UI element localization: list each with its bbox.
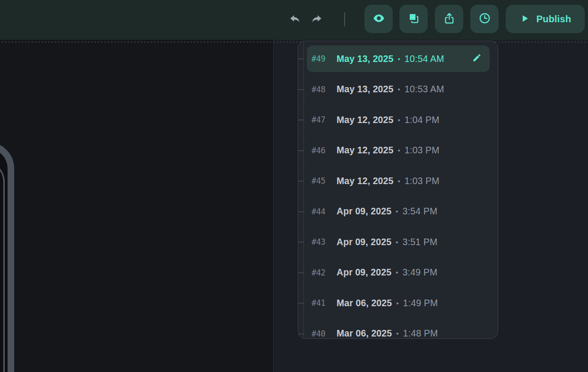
version-history-popover: #49 May 13, 2025 • 10:54 AM #48 May 13, …: [298, 41, 498, 339]
version-time: 1:03 PM: [405, 145, 440, 156]
version-separator: •: [398, 177, 400, 185]
eye-icon: [372, 12, 385, 26]
app-window: Publish #49 May 13, 2025 • 10:54 AM #48: [0, 0, 588, 372]
device-screen-edge: [0, 161, 5, 372]
version-time: 1:49 PM: [403, 298, 438, 309]
version-separator: •: [396, 207, 398, 215]
version-list-item[interactable]: #45 May 12, 2025 • 1:03 PM: [307, 168, 490, 194]
top-toolbar: Publish: [0, 0, 588, 40]
version-separator: •: [398, 116, 400, 124]
version-list-item[interactable]: #40 Mar 06, 2025 • 1:48 PM: [307, 320, 490, 339]
version-date: Apr 09, 2025: [337, 267, 391, 278]
dot-grid-line: [0, 40, 588, 43]
clock-icon: [478, 12, 491, 26]
version-number: #40: [311, 329, 332, 338]
version-list-item[interactable]: #49 May 13, 2025 • 10:54 AM: [307, 45, 490, 72]
version-number: #42: [311, 268, 332, 277]
version-separator: •: [396, 238, 398, 246]
copy-icon: [407, 12, 420, 26]
timeline-tick: [298, 181, 304, 181]
version-list: #49 May 13, 2025 • 10:54 AM #48 May 13, …: [298, 45, 498, 339]
version-history-button[interactable]: [470, 5, 499, 33]
timeline-tick: [298, 273, 304, 273]
version-separator: •: [398, 85, 400, 93]
version-date: May 12, 2025: [337, 176, 393, 186]
version-list-item[interactable]: #48 May 13, 2025 • 10:53 AM: [307, 76, 490, 103]
version-time: 3:49 PM: [402, 267, 437, 278]
version-date: Mar 06, 2025: [337, 298, 392, 309]
version-time: 3:54 PM: [402, 206, 437, 217]
version-date: May 12, 2025: [337, 145, 393, 156]
version-separator: •: [396, 299, 398, 307]
edit-version-button[interactable]: [472, 53, 482, 64]
undo-redo-group: [288, 0, 323, 40]
version-number: #43: [311, 237, 332, 247]
toolbar-divider: [344, 12, 345, 27]
version-number: #47: [311, 115, 332, 124]
duplicate-button[interactable]: [399, 5, 428, 33]
version-time: 1:04 PM: [405, 115, 440, 125]
undo-arrow-icon: [289, 13, 301, 27]
timeline-tick: [298, 334, 304, 334]
version-number: #44: [311, 207, 332, 216]
version-list-item[interactable]: #44 Apr 09, 2025 • 3:54 PM: [307, 198, 490, 225]
version-separator: •: [398, 146, 400, 154]
pencil-icon: [472, 53, 482, 64]
version-number: #45: [311, 176, 332, 186]
timeline-tick: [298, 59, 304, 59]
publish-label: Publish: [536, 14, 571, 25]
version-time: 1:03 PM: [405, 176, 440, 186]
version-time: 10:53 AM: [405, 84, 444, 95]
version-time: 3:51 PM: [402, 237, 437, 248]
version-number: #49: [311, 54, 332, 63]
version-time: 1:48 PM: [403, 328, 438, 339]
redo-arrow-icon: [311, 13, 323, 27]
timeline-tick: [298, 242, 304, 242]
version-list-item[interactable]: #41 Mar 06, 2025 • 1:49 PM: [307, 290, 490, 316]
version-list-item[interactable]: #46 May 12, 2025 • 1:03 PM: [307, 137, 490, 164]
version-time: 10:54 AM: [405, 53, 444, 64]
version-separator: •: [396, 268, 398, 276]
share-icon: [443, 12, 456, 26]
version-date: May 13, 2025: [337, 84, 393, 95]
version-separator: •: [396, 329, 398, 337]
version-number: #41: [311, 298, 332, 308]
version-date: Apr 09, 2025: [337, 237, 391, 248]
version-date: Apr 09, 2025: [337, 206, 391, 217]
version-date: May 12, 2025: [337, 115, 393, 125]
device-preview-frame: [0, 142, 14, 372]
share-button[interactable]: [435, 5, 463, 33]
timeline-tick: [298, 151, 304, 151]
publish-button[interactable]: Publish: [506, 5, 585, 33]
timeline-tick: [298, 303, 304, 303]
version-list-item[interactable]: #43 Apr 09, 2025 • 3:51 PM: [307, 229, 490, 255]
timeline-tick: [298, 212, 304, 212]
version-number: #46: [311, 146, 332, 155]
redo-button[interactable]: [310, 13, 323, 27]
version-list-item[interactable]: #47 May 12, 2025 • 1:04 PM: [307, 106, 490, 133]
version-date: Mar 06, 2025: [337, 328, 392, 339]
undo-button[interactable]: [288, 13, 302, 27]
preview-button[interactable]: [364, 5, 393, 33]
version-list-item[interactable]: #42 Apr 09, 2025 • 3:49 PM: [307, 259, 490, 286]
play-icon: [519, 13, 530, 25]
main-area: #49 May 13, 2025 • 10:54 AM #48 May 13, …: [0, 40, 588, 372]
timeline-tick: [298, 89, 304, 90]
editor-canvas[interactable]: [0, 40, 273, 372]
version-date: May 13, 2025: [337, 53, 393, 64]
timeline-tick: [298, 120, 304, 120]
version-separator: •: [398, 55, 400, 63]
version-number: #48: [311, 85, 332, 94]
